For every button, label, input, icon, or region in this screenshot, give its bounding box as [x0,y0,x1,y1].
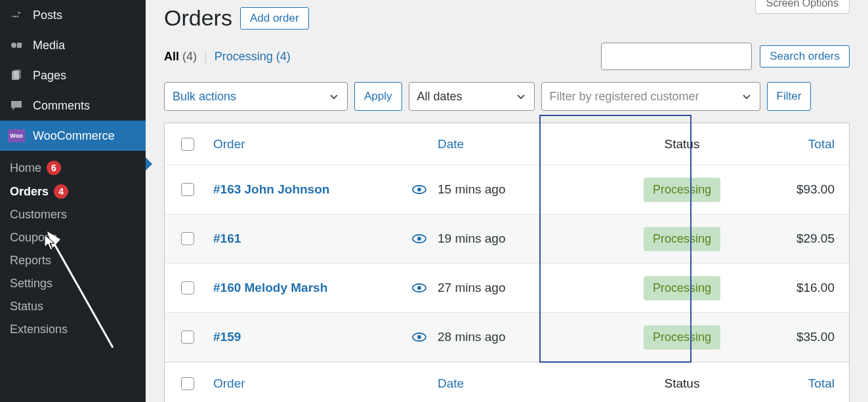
media-icon [8,37,25,54]
customer-filter-select[interactable]: Filter by registered customer [541,82,760,111]
sub-item-label: Coupons [10,231,57,245]
bulk-actions-label: Bulk actions [173,90,236,104]
table-row[interactable]: #163 John Johnson 15 mins ago Processing… [165,165,849,214]
order-link[interactable]: #161 [213,231,241,245]
row-checkbox[interactable] [181,331,194,344]
row-checkbox[interactable] [181,232,194,245]
comment-icon [8,97,25,114]
sub-item-label: Status [10,300,43,313]
footer-total[interactable]: Total [808,376,835,390]
table-header: Order Date Status Total [165,123,849,165]
sidebar-item-label: Media [33,39,65,52]
sub-item-customers[interactable]: Customers [10,203,146,226]
order-link[interactable]: #159 [213,330,241,344]
preview-icon[interactable] [401,332,438,342]
order-total: $29.05 [796,231,835,245]
chevron-down-icon [516,91,526,102]
row-checkbox[interactable] [181,281,194,294]
sub-item-label: Home [10,161,41,175]
sub-item-extensions[interactable]: Extensions [10,318,146,341]
sub-item-coupons[interactable]: Coupons [10,226,146,249]
sub-item-home[interactable]: Home 6 [10,156,146,180]
footer-order[interactable]: Order [213,376,245,390]
sub-item-orders[interactable]: Orders 4 [10,180,146,203]
dates-select[interactable]: All dates [409,82,535,111]
svg-point-0 [11,43,16,48]
table-row[interactable]: #161 19 mins ago Processing $29.05 [165,214,849,264]
filter-all[interactable]: All [164,50,179,63]
sidebar-item-woocommerce[interactable]: Woo WooCommerce [0,121,146,151]
select-all-checkbox[interactable] [181,138,194,151]
sidebar-item-label: WooCommerce [33,129,115,143]
filter-processing[interactable]: Processing [215,50,273,63]
screen-options-button[interactable]: Screen Options [755,0,850,14]
order-link[interactable]: #160 Melody Marsh [213,281,327,294]
status-badge: Processing [644,276,720,300]
table-footer: Order Date Status Total [165,362,849,402]
svg-rect-1 [17,43,22,48]
header-order[interactable]: Order [213,137,245,151]
apply-button[interactable]: Apply [354,82,402,111]
count-badge: 4 [54,184,68,199]
svg-rect-3 [14,70,21,79]
orders-table: Order Date Status Total #163 John Johnso… [164,123,850,402]
search-orders-button[interactable]: Search orders [760,45,850,68]
select-all-checkbox[interactable] [181,377,194,390]
sidebar-item-posts[interactable]: Posts [0,0,146,30]
sub-item-label: Reports [10,254,51,268]
sidebar-item-media[interactable]: Media [0,30,146,60]
sidebar-item-comments[interactable]: Comments [0,90,146,121]
header-date[interactable]: Date [438,137,464,151]
main-content: Screen Options Orders Add order All (4) … [146,0,868,402]
sub-item-label: Settings [10,277,52,291]
order-total: $93.00 [796,182,835,196]
pin-icon [8,7,25,24]
preview-icon[interactable] [401,283,438,292]
filter-button[interactable]: Filter [767,82,812,111]
order-date: 28 mins ago [438,330,506,344]
sub-item-status[interactable]: Status [10,295,146,318]
footer-status: Status [665,376,700,391]
customer-filter-placeholder: Filter by registered customer [550,90,699,104]
sub-item-reports[interactable]: Reports [10,249,146,272]
footer-date[interactable]: Date [438,376,464,390]
order-link[interactable]: #163 John Johnson [213,182,329,196]
preview-icon[interactable] [401,185,438,194]
preview-icon[interactable] [401,234,438,243]
chevron-down-icon [329,91,339,102]
sidebar-item-label: Posts [33,9,62,22]
sub-item-label: Extensions [10,323,68,336]
filter-processing-count: (4) [276,50,291,63]
woo-sub-items: Home 6 Orders 4 Customers Coupons Report… [0,151,146,346]
table-row[interactable]: #160 Melody Marsh 27 mins ago Processing… [165,264,849,313]
search-input[interactable] [601,43,752,70]
sub-item-label: Customers [10,208,67,222]
add-order-button[interactable]: Add order [240,7,309,30]
page-title: Orders [164,5,232,31]
sidebar-item-label: Pages [33,69,66,83]
status-links: All (4) | Processing (4) [164,50,291,64]
sidebar-item-pages[interactable]: Pages [0,60,146,90]
sidebar-item-label: Comments [33,99,90,113]
sub-item-settings[interactable]: Settings [10,272,146,295]
sub-item-label: Orders [10,185,49,199]
header-status: Status [665,137,700,151]
order-date: 19 mins ago [438,231,506,245]
svg-point-5 [417,188,421,191]
order-date: 15 mins ago [438,182,506,196]
dates-label: All dates [417,90,463,104]
pages-icon [8,67,25,84]
row-checkbox[interactable] [181,183,194,196]
order-date: 27 mins ago [438,281,506,294]
status-badge: Processing [644,227,720,251]
table-row[interactable]: #159 28 mins ago Processing $35.00 [165,313,849,362]
bulk-actions-select[interactable]: Bulk actions [164,82,348,111]
count-badge: 6 [47,161,61,175]
status-badge: Processing [644,178,720,202]
header-total[interactable]: Total [808,137,835,151]
svg-point-9 [417,286,421,290]
chevron-down-icon [741,91,752,102]
order-total: $35.00 [796,330,835,344]
woocommerce-icon: Woo [8,127,25,144]
status-badge: Processing [644,325,720,350]
